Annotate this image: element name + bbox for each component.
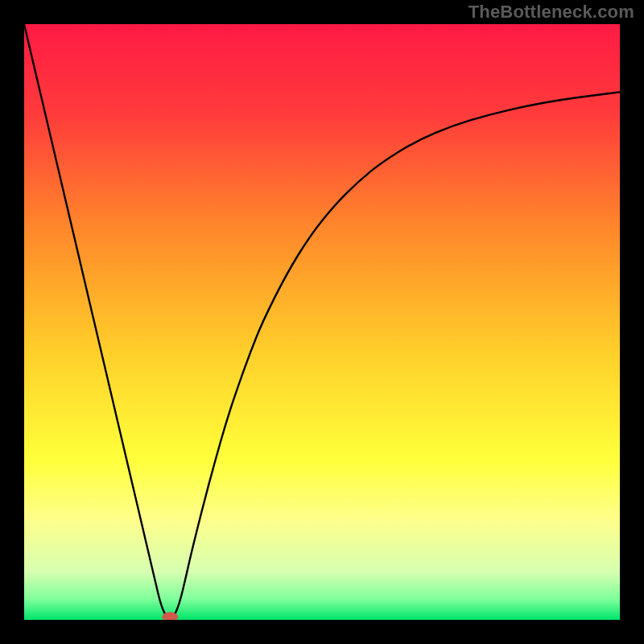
attribution-label: TheBottleneck.com (469, 2, 634, 23)
bottleneck-plot (24, 24, 620, 620)
gradient-background (24, 24, 620, 620)
chart-frame: TheBottleneck.com (0, 0, 644, 644)
plot-area (24, 24, 620, 620)
